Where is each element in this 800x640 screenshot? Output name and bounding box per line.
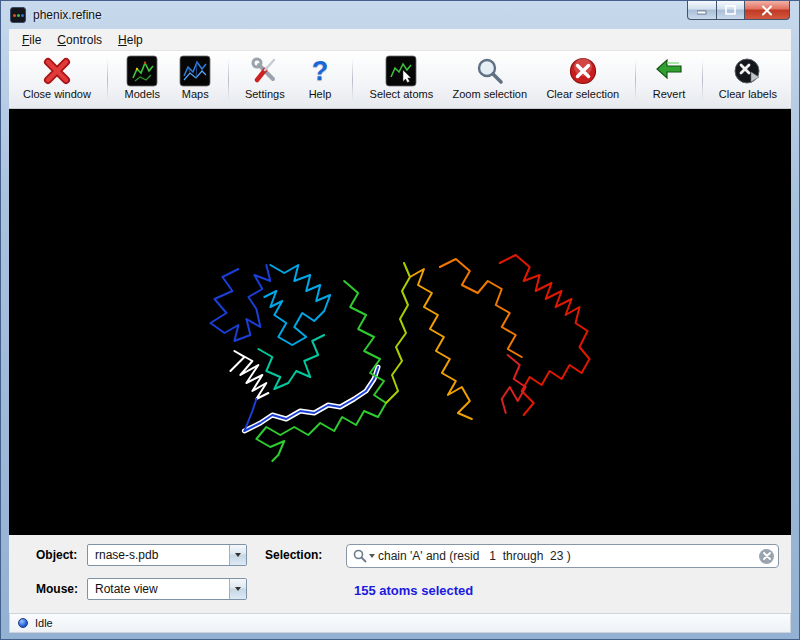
mouse-label: Mouse:	[36, 582, 78, 596]
object-label: Object:	[36, 548, 77, 562]
selection-searchbox[interactable]	[346, 544, 779, 568]
toolbar-button-select-atoms[interactable]: Select atoms	[366, 54, 438, 106]
toolbar-label: Models	[125, 88, 160, 100]
molecule-viewport[interactable]	[9, 109, 791, 535]
titlebar[interactable]: phenix.refine	[1, 1, 799, 29]
toolbar-separator	[702, 59, 703, 101]
models-icon	[126, 55, 158, 87]
toolbar-separator	[107, 59, 108, 101]
toolbar-button-revert[interactable]: Revert	[649, 54, 689, 106]
toolbar-label: Zoom selection	[453, 88, 528, 100]
minimize-button[interactable]	[687, 1, 717, 20]
toolbar-label: Close window	[23, 88, 91, 100]
mouse-dropdown[interactable]: Rotate view	[87, 578, 247, 600]
toolbar-label: Clear labels	[719, 88, 777, 100]
toolbar-label: Clear selection	[546, 88, 619, 100]
menubar: File Controls Help	[9, 29, 791, 51]
clear-selection-icon	[567, 55, 599, 87]
app-icon	[10, 7, 26, 23]
chevron-down-icon	[235, 587, 241, 591]
status-bar: Idle	[9, 613, 791, 633]
toolbar-button-models[interactable]: Models	[121, 54, 164, 106]
status-text: Idle	[35, 617, 53, 629]
maps-icon	[179, 55, 211, 87]
window-title: phenix.refine	[33, 8, 102, 22]
menu-file[interactable]: File	[14, 30, 49, 50]
object-dropdown-arrow[interactable]	[229, 545, 246, 565]
toolbar-button-clear-labels[interactable]: Clear labels	[715, 54, 781, 106]
toolbar-button-settings[interactable]: Settings	[241, 54, 289, 106]
toolbar-button-zoom-selection[interactable]: Zoom selection	[449, 54, 532, 106]
zoom-selection-icon	[474, 55, 506, 87]
mouse-dropdown-value: Rotate view	[95, 582, 158, 596]
close-icon	[761, 5, 773, 16]
toolbar-button-help[interactable]: ? Help	[300, 54, 340, 106]
object-dropdown-value: rnase-s.pdb	[95, 548, 158, 562]
toolbar-separator	[635, 59, 636, 101]
toolbar-separator	[228, 59, 229, 101]
toolbar-label: Maps	[182, 88, 209, 100]
menu-help[interactable]: Help	[110, 30, 151, 50]
molecule-svg	[9, 109, 791, 535]
help-icon: ?	[304, 55, 336, 87]
selection-input[interactable]	[378, 549, 759, 563]
phenix-window: phenix.refine File Controls Help Close w…	[0, 0, 800, 640]
toolbar-separator	[352, 59, 353, 101]
toolbar-label: Settings	[245, 88, 285, 100]
object-dropdown[interactable]: rnase-s.pdb	[87, 544, 247, 566]
controls-panel: Object: rnase-s.pdb Selection: Mouse: Ro…	[9, 535, 791, 613]
toolbar: Close window Models Maps Settings ? Help	[9, 51, 791, 109]
toolbar-label: Help	[309, 88, 332, 100]
revert-icon	[653, 55, 685, 87]
search-icon	[353, 549, 367, 563]
toolbar-button-close-window[interactable]: Close window	[19, 54, 95, 106]
clear-labels-icon	[732, 55, 764, 87]
toolbar-label: Select atoms	[370, 88, 434, 100]
toolbar-button-maps[interactable]: Maps	[175, 54, 215, 106]
close-window-icon	[41, 55, 73, 87]
maximize-button[interactable]	[716, 1, 745, 20]
close-button[interactable]	[744, 1, 790, 20]
maximize-icon	[725, 5, 736, 15]
chevron-down-icon	[235, 553, 241, 557]
mouse-dropdown-arrow[interactable]	[229, 579, 246, 599]
select-atoms-icon	[385, 55, 417, 87]
selection-label: Selection:	[265, 548, 322, 562]
status-led-icon	[18, 618, 28, 628]
atoms-selected-text: 155 atoms selected	[354, 583, 473, 598]
toolbar-button-clear-selection[interactable]: Clear selection	[542, 54, 623, 106]
menu-controls[interactable]: Controls	[49, 30, 110, 50]
search-options-chevron-icon[interactable]	[369, 554, 375, 558]
clear-search-icon[interactable]	[759, 549, 774, 564]
settings-icon	[249, 55, 281, 87]
toolbar-label: Revert	[653, 88, 685, 100]
minimize-icon	[697, 5, 707, 15]
